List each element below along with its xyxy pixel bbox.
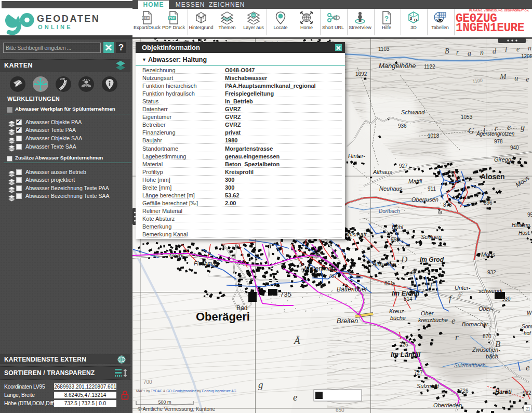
svg-text:Im Grod: Im Grod [420, 256, 444, 263]
svg-text:bäch: bäch [486, 353, 498, 359]
svg-text:e: e [526, 75, 529, 83]
svg-text:Alosen: Alosen [481, 172, 505, 181]
svg-text:1122: 1122 [424, 64, 435, 70]
svg-text:Sulzmattbach: Sulzmattbach [454, 363, 486, 368]
svg-text:Alisacher: Alisacher [372, 261, 397, 267]
svg-text:930: 930 [502, 296, 511, 302]
svg-text:Schwand: Schwand [401, 109, 425, 115]
svg-text:922: 922 [523, 390, 531, 396]
svg-text:HTM: HTM [142, 16, 149, 20]
svg-text:Oberägeri: Oberägeri [196, 310, 250, 323]
svg-text:o: o [411, 267, 416, 276]
svg-text:r: r [430, 279, 434, 289]
svg-text:3: 3 [410, 16, 413, 21]
svg-text:911: 911 [428, 186, 436, 192]
svg-text:Host.: Host. [518, 230, 530, 236]
svg-text:© Amtliche Vermessung, Kantone: © Amtliche Vermessung, Kantone [138, 406, 216, 412]
svg-text:e: e [293, 392, 297, 403]
svg-text:D: D [401, 255, 408, 264]
svg-text:Zwüschen-: Zwüschen- [472, 347, 500, 353]
svg-text:896: 896 [484, 200, 493, 206]
svg-text:g: g [258, 379, 263, 390]
svg-text:Bättenbüel: Bättenbüel [337, 286, 367, 293]
svg-text:Ober-: Ober- [421, 310, 435, 316]
svg-text:Althaus: Althaus [373, 169, 392, 175]
svg-text:Im Ländli: Im Ländli [391, 351, 420, 358]
svg-text:1092: 1092 [355, 71, 367, 77]
svg-text:735: 735 [280, 290, 291, 298]
svg-text:Kreuz-: Kreuz- [389, 308, 406, 314]
svg-text:Sulzmatt: Sulzmatt [417, 383, 440, 389]
svg-text:e: e [507, 123, 511, 131]
svg-text:g: g [521, 123, 525, 132]
svg-text:e: e [526, 363, 530, 372]
svg-text:870: 870 [483, 334, 491, 339]
svg-text:G: G [468, 126, 474, 135]
svg-text:D: D [414, 18, 417, 22]
svg-text:700: 700 [143, 379, 152, 385]
svg-text:Harüti: Harüti [495, 389, 512, 395]
svg-text:◰: ◰ [525, 406, 530, 411]
svg-text:1018: 1018 [428, 133, 440, 139]
svg-text:?: ? [384, 15, 389, 22]
svg-text:e: e [516, 45, 520, 53]
svg-text:726: 726 [400, 342, 408, 348]
svg-text:d: d [493, 47, 497, 55]
svg-text:767: 767 [328, 273, 337, 279]
svg-text:u: u [514, 74, 518, 82]
svg-text:B: B [445, 47, 449, 55]
svg-text:Hinterm.: Hinterm. [512, 222, 531, 228]
svg-text:927: 927 [399, 163, 408, 169]
svg-text:e: e [451, 316, 456, 326]
svg-text:940: 940 [510, 145, 519, 151]
svg-text:1205: 1205 [521, 54, 532, 59]
svg-text:726: 726 [460, 388, 469, 394]
svg-text:l: l [505, 46, 507, 54]
svg-text:Schluen: Schluen [421, 234, 442, 240]
svg-text:Giregg: Giregg [494, 156, 512, 163]
svg-text:MAP+ by TYDAC & GO Geodatenonl: MAP+ by TYDAC & GO Geodatenonline by Geo… [136, 389, 236, 393]
svg-text:Dorfbach: Dorfbach [379, 208, 400, 214]
svg-text:Gärbi: Gärbi [169, 252, 183, 259]
svg-text:n: n [528, 44, 531, 52]
svg-text:1053: 1053 [461, 114, 473, 120]
svg-text:Bornacher: Bornacher [462, 321, 489, 327]
svg-text:Moos: Moos [481, 251, 495, 258]
svg-text:Ägerstengrotzen: Ägerstengrotzen [476, 131, 515, 137]
svg-text:878: 878 [443, 202, 452, 208]
svg-text:Neuhaus: Neuhaus [379, 185, 403, 192]
svg-text:978: 978 [494, 139, 503, 144]
svg-text:Ober-: Ober- [478, 305, 493, 312]
svg-text:Bühl: Bühl [392, 224, 404, 230]
svg-text:r: r [455, 332, 459, 342]
svg-text:932: 932 [487, 270, 496, 275]
svg-text:schwendi: schwendi [478, 288, 502, 294]
svg-text:n: n [480, 49, 484, 57]
svg-text:814: 814 [404, 296, 413, 302]
svg-text:Breiten: Breiten [337, 317, 358, 325]
svg-text:500 m: 500 m [158, 399, 171, 405]
svg-text:1103: 1103 [378, 46, 390, 52]
svg-text:Maienmatt: Maienmatt [304, 264, 336, 272]
svg-text:Ä: Ä [293, 335, 300, 346]
svg-text:Mangelhöhe: Mangelhöhe [379, 62, 416, 70]
svg-text:r: r [456, 48, 459, 56]
svg-text:Oberrieden: Oberrieden [433, 402, 462, 408]
svg-text:a: a [468, 49, 471, 57]
svg-text:Mattli: Mattli [408, 178, 422, 184]
svg-text:727: 727 [414, 370, 423, 376]
svg-text:650: 650 [336, 407, 344, 413]
svg-text:hof: hof [524, 330, 531, 336]
svg-text:Oberrusen: Oberrusen [411, 196, 438, 203]
svg-text:Sonn: Sonn [522, 324, 532, 329]
svg-text:Hinter-: Hinter- [348, 153, 365, 159]
svg-text:869: 869 [391, 237, 400, 243]
svg-text:PDF: PDF [169, 16, 176, 20]
svg-text:M: M [499, 72, 507, 81]
svg-text:936: 936 [398, 123, 407, 129]
svg-text:95: 95 [527, 212, 532, 218]
svg-text:kreuzbuche: kreuzbuche [418, 317, 448, 323]
svg-text:W: W [527, 310, 532, 316]
svg-text:Fischmatt: Fischmatt [194, 260, 219, 267]
svg-text:Unter-: Unter- [455, 285, 471, 291]
